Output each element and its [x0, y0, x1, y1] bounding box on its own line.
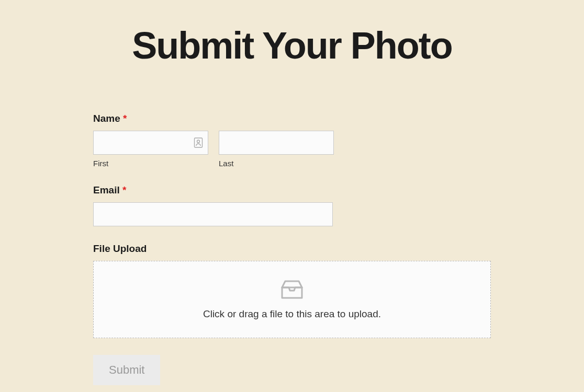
upload-box-icon — [280, 279, 304, 300]
page: Submit Your Photo Name * — [0, 0, 584, 392]
email-required-asterisk: * — [122, 185, 126, 195]
file-upload-label: File Upload — [93, 243, 491, 255]
file-upload-dropzone[interactable]: Click or drag a file to this area to upl… — [93, 261, 491, 338]
last-name-sublabel: Last — [219, 159, 334, 168]
submit-button[interactable]: Submit — [93, 355, 160, 385]
first-name-column: First — [93, 131, 208, 168]
email-field-group: Email * — [93, 185, 491, 226]
file-upload-field-group: File Upload Click or drag a file to this… — [93, 243, 491, 338]
first-name-input-wrap — [93, 131, 208, 155]
page-title: Submit Your Photo — [93, 26, 491, 66]
email-label-text: Email — [93, 185, 120, 195]
email-label: Email * — [93, 185, 491, 196]
name-row: First Last — [93, 131, 491, 168]
form-container: Submit Your Photo Name * — [93, 26, 491, 385]
email-input[interactable] — [93, 202, 333, 226]
name-label: Name * — [93, 113, 491, 124]
submit-row: Submit — [93, 355, 491, 385]
name-field-group: Name * First — [93, 113, 491, 168]
name-label-text: Name — [93, 113, 120, 124]
file-upload-hint: Click or drag a file to this area to upl… — [94, 308, 490, 320]
last-name-column: Last — [219, 131, 334, 168]
first-name-input[interactable] — [93, 131, 208, 155]
name-required-asterisk: * — [123, 113, 127, 124]
last-name-input[interactable] — [219, 131, 334, 155]
first-name-sublabel: First — [93, 159, 208, 168]
